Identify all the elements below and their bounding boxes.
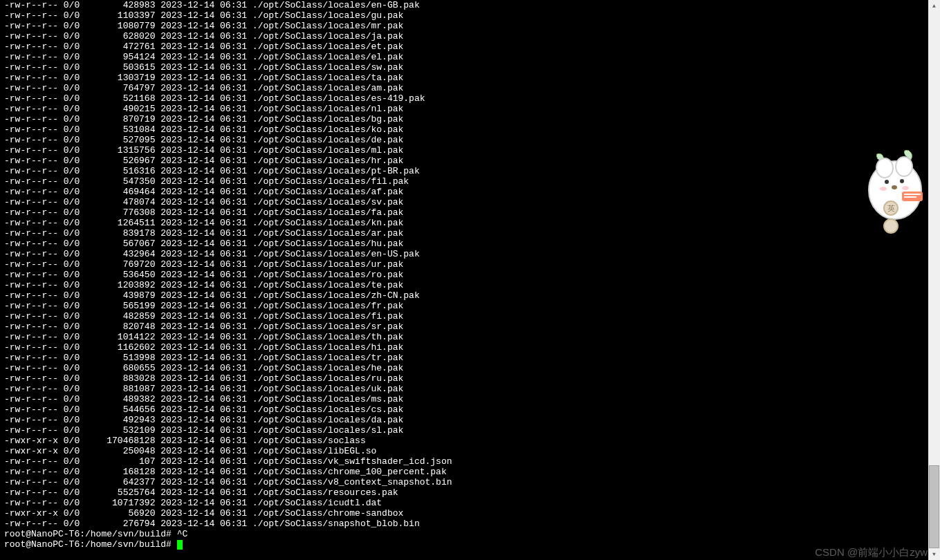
file-listing-row: -rw-r--r-- 0/0 954124 2023-12-14 06:31 .…	[4, 52, 940, 62]
file-listing-row: -rw-r--r-- 0/0 492943 2023-12-14 06:31 .…	[4, 415, 940, 425]
scroll-up-button[interactable]: ▲	[928, 0, 940, 12]
scroll-down-button[interactable]: ▼	[928, 548, 940, 560]
file-listing-row: -rw-r--r-- 0/0 544656 2023-12-14 06:31 .…	[4, 404, 940, 415]
svg-point-2	[896, 157, 912, 176]
file-listing-row: -rw-r--r-- 0/0 428983 2023-12-14 06:31 .…	[4, 0, 940, 10]
file-listing-row: -rw-r--r-- 0/0 536450 2023-12-14 06:31 .…	[4, 270, 940, 280]
scrollbar-track[interactable]	[928, 12, 940, 548]
file-listing-row: -rw-r--r-- 0/0 478074 2023-12-14 06:31 .…	[4, 197, 940, 207]
file-listing-row: -rwxr-xr-x 0/0 250048 2023-12-14 06:31 .…	[4, 446, 940, 456]
file-listing-row: -rw-r--r-- 0/0 526967 2023-12-14 06:31 .…	[4, 156, 940, 166]
svg-point-4	[900, 179, 904, 183]
prompt-line[interactable]: root@NanoPC-T6:/home/svn/build#	[4, 539, 940, 550]
file-listing-row: -rw-r--r-- 0/0 1080779 2023-12-14 06:31 …	[4, 21, 940, 31]
file-listing-row: -rw-r--r-- 0/0 5525764 2023-12-14 06:31 …	[4, 487, 940, 498]
file-listing-row: -rw-r--r-- 0/0 769720 2023-12-14 06:31 .…	[4, 259, 940, 270]
file-listing-row: -rw-r--r-- 0/0 642377 2023-12-14 06:31 .…	[4, 477, 940, 487]
file-listing-row: -rw-r--r-- 0/0 820748 2023-12-14 06:31 .…	[4, 321, 940, 332]
scrollbar-thumb[interactable]	[929, 465, 939, 548]
file-listing-row: -rw-r--r-- 0/0 839178 2023-12-14 06:31 .…	[4, 228, 940, 239]
file-listing-row: -rw-r--r-- 0/0 1014122 2023-12-14 06:31 …	[4, 332, 940, 342]
file-listing-row: -rw-r--r-- 0/0 516316 2023-12-14 06:31 .…	[4, 166, 940, 176]
file-listing-row: -rw-r--r-- 0/0 1103397 2023-12-14 06:31 …	[4, 10, 940, 21]
svg-point-3	[885, 180, 889, 184]
terminal-output[interactable]: -rw-r--r-- 0/0 428983 2023-12-14 06:31 .…	[0, 0, 940, 550]
file-listing-row: -rw-r--r-- 0/0 881087 2023-12-14 06:31 .…	[4, 384, 940, 394]
file-listing-row: -rw-r--r-- 0/0 628020 2023-12-14 06:31 .…	[4, 31, 940, 41]
file-listing-row: -rw-r--r-- 0/0 532109 2023-12-14 06:31 .…	[4, 425, 940, 436]
file-listing-row: -rw-r--r-- 0/0 883028 2023-12-14 06:31 .…	[4, 373, 940, 384]
file-listing-row: -rw-r--r-- 0/0 107 2023-12-14 06:31 ./op…	[4, 456, 940, 467]
file-listing-row: -rw-r--r-- 0/0 776308 2023-12-14 06:31 .…	[4, 207, 940, 218]
file-listing-row: -rw-r--r-- 0/0 472761 2023-12-14 06:31 .…	[4, 41, 940, 52]
file-listing-row: -rw-r--r-- 0/0 547350 2023-12-14 06:31 .…	[4, 176, 940, 187]
file-listing-row: -rw-r--r-- 0/0 432964 2023-12-14 06:31 .…	[4, 249, 940, 259]
svg-rect-10	[904, 196, 916, 198]
file-listing-row: -rw-r--r-- 0/0 10717392 2023-12-14 06:31…	[4, 498, 940, 508]
file-listing-row: -rw-r--r-- 0/0 1203892 2023-12-14 06:31 …	[4, 280, 940, 290]
svg-point-6	[880, 187, 887, 191]
file-listing-row: -rw-r--r-- 0/0 764797 2023-12-14 06:31 .…	[4, 83, 940, 93]
file-listing-row: -rwxr-xr-x 0/0 56920 2023-12-14 06:31 ./…	[4, 508, 940, 519]
file-listing-row: -rw-r--r-- 0/0 168128 2023-12-14 06:31 .…	[4, 467, 940, 477]
file-listing-row: -rw-r--r-- 0/0 521168 2023-12-14 06:31 .…	[4, 93, 940, 104]
file-listing-row: -rw-r--r-- 0/0 531084 2023-12-14 06:31 .…	[4, 124, 940, 135]
file-listing-row: -rwxr-xr-x 0/0 170468128 2023-12-14 06:3…	[4, 436, 940, 446]
file-listing-row: -rw-r--r-- 0/0 567067 2023-12-14 06:31 .…	[4, 239, 940, 249]
prompt-line: root@NanoPC-T6:/home/svn/build# ^C	[4, 529, 940, 539]
file-listing-row: -rw-r--r-- 0/0 276794 2023-12-14 06:31 .…	[4, 519, 940, 529]
ime-language-badge[interactable]: 英	[883, 200, 898, 216]
svg-point-1	[876, 158, 893, 178]
file-listing-row: -rw-r--r-- 0/0 1264511 2023-12-14 06:31 …	[4, 218, 940, 228]
cursor	[177, 540, 183, 550]
ime-mode-badge[interactable]	[883, 218, 898, 234]
file-listing-row: -rw-r--r-- 0/0 469464 2023-12-14 06:31 .…	[4, 187, 940, 197]
file-listing-row: -rw-r--r-- 0/0 565199 2023-12-14 06:31 .…	[4, 301, 940, 311]
file-listing-row: -rw-r--r-- 0/0 482859 2023-12-14 06:31 .…	[4, 311, 940, 321]
file-listing-row: -rw-r--r-- 0/0 489382 2023-12-14 06:31 .…	[4, 394, 940, 404]
file-listing-row: -rw-r--r-- 0/0 1315756 2023-12-14 06:31 …	[4, 145, 940, 156]
file-listing-row: -rw-r--r-- 0/0 439879 2023-12-14 06:31 .…	[4, 290, 940, 301]
file-listing-row: -rw-r--r-- 0/0 503615 2023-12-14 06:31 .…	[4, 62, 940, 73]
file-listing-row: -rw-r--r-- 0/0 870719 2023-12-14 06:31 .…	[4, 114, 940, 124]
file-listing-row: -rw-r--r-- 0/0 490215 2023-12-14 06:31 .…	[4, 104, 940, 114]
file-listing-row: -rw-r--r-- 0/0 680655 2023-12-14 06:31 .…	[4, 363, 940, 373]
svg-point-5	[892, 185, 897, 189]
file-listing-row: -rw-r--r-- 0/0 1162602 2023-12-14 06:31 …	[4, 342, 940, 353]
file-listing-row: -rw-r--r-- 0/0 527095 2023-12-14 06:31 .…	[4, 135, 940, 145]
file-listing-row: -rw-r--r-- 0/0 1303719 2023-12-14 06:31 …	[4, 73, 940, 83]
scrollbar[interactable]: ▲ ▼	[928, 0, 940, 560]
file-listing-row: -rw-r--r-- 0/0 513998 2023-12-14 06:31 .…	[4, 353, 940, 363]
svg-rect-9	[904, 194, 921, 195]
svg-point-7	[902, 186, 909, 190]
